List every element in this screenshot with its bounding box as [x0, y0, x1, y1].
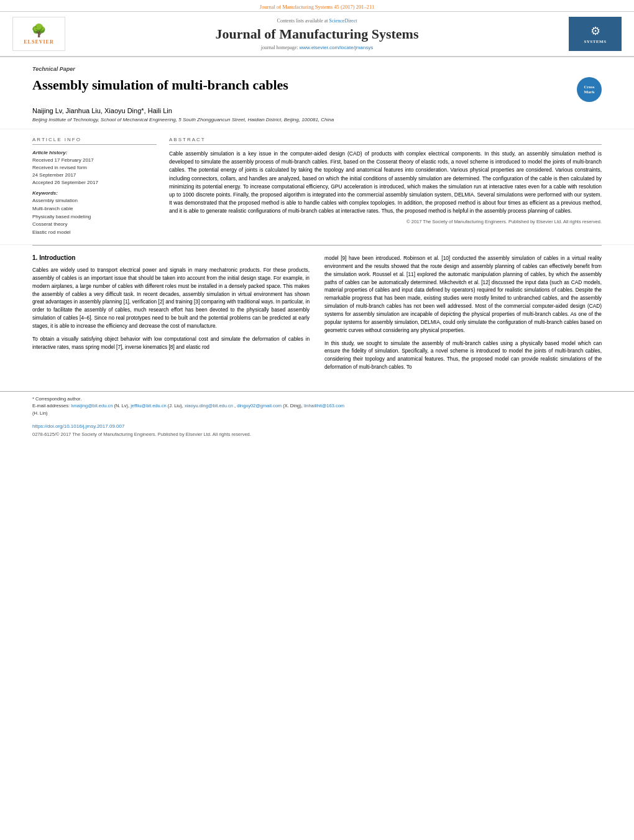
intro-paragraph-3: model [9] have been introduced. Robinson…: [324, 254, 602, 335]
main-col-left: 1. Introduction Cables are widely used t…: [32, 254, 310, 376]
elsevier-logo-area: 🌳 ELSEVIER: [12, 17, 68, 51]
email-4-name: (H. Lin): [32, 410, 602, 417]
intro-paragraph-1: Cables are widely used to transport elec…: [32, 266, 310, 330]
email-addresses: E-mail addresses: lvnaijing@bit.edu.cn (…: [32, 402, 602, 409]
keyword-2: Multi-branch cable: [32, 205, 157, 213]
gear-icon: ⚙: [590, 24, 600, 38]
article-info-col: ARTICLE INFO Article history: Received 1…: [32, 137, 157, 237]
journal-title: Journal of Manufacturing Systems: [75, 26, 559, 42]
main-content: 1. Introduction Cables are widely used t…: [0, 246, 634, 385]
crossmark-icon: CrossMark: [584, 85, 594, 95]
homepage-label: journal homepage:: [261, 45, 298, 50]
homepage-link[interactable]: www.elsevier.com/locate/jmansys: [300, 45, 374, 50]
top-banner: Journal of Manufacturing Systems 45 (201…: [0, 0, 634, 12]
email-2-name: (J. Liu),: [168, 403, 185, 408]
email-3b[interactable]: dingxy02@gmail.com: [237, 403, 282, 408]
bottom-links: https://doi.org/10.1016/j.jmsy.2017.09.0…: [0, 419, 634, 430]
section-1-title: 1. Introduction: [32, 254, 310, 261]
abstract-heading: ABSTRACT: [169, 137, 602, 145]
article-affiliation: Beijing Institute of Technology, School …: [32, 117, 602, 122]
section-number: 1.: [32, 254, 37, 261]
journal-logo-area: ⚙ SYSTEMS: [566, 17, 622, 51]
abstract-text: Cable assembly simulation is a key issue…: [169, 150, 602, 215]
email-4[interactable]: linhailihit@163.com: [304, 403, 344, 408]
revised-date: 24 September 2017: [32, 172, 157, 179]
elsevier-tree-icon: 🌳: [31, 23, 47, 38]
section-title: Introduction: [39, 254, 75, 261]
received-text: Received 17 February 2017: [32, 157, 157, 164]
email-2[interactable]: jeffliu@bit.edu.cn: [131, 403, 167, 408]
category-label: Technical Paper: [32, 66, 602, 72]
article-info-heading: ARTICLE INFO: [32, 137, 157, 145]
email-1-name: (N. Lv),: [114, 403, 131, 408]
elsevier-brand-text: ELSEVIER: [24, 39, 53, 45]
abstract-col: ABSTRACT Cable assembly simulation is a …: [169, 137, 602, 237]
main-col-right: model [9] have been introduced. Robinson…: [324, 254, 602, 376]
intro-paragraph-2: To obtain a visually satisfying object b…: [32, 335, 310, 351]
elsevier-logo: 🌳 ELSEVIER: [12, 17, 65, 51]
crossmark-badge: CrossMark: [577, 77, 602, 102]
email-label: E-mail addresses:: [32, 403, 70, 408]
article-authors: Naijing Lv, Jianhua Liu, Xiaoyu Ding*, H…: [32, 107, 602, 114]
email-3-name: (X. Ding),: [283, 403, 304, 408]
keyword-4: Cosserat theory: [32, 221, 157, 229]
corresponding-label: * Corresponding author.: [32, 396, 81, 402]
journal-citation[interactable]: Journal of Manufacturing Systems 45 (201…: [260, 4, 374, 10]
keyword-3: Physically based modeling: [32, 213, 157, 221]
article-header: Technical Paper Assembly simulation of m…: [0, 57, 634, 129]
bottom-copyright: 0278-6125/© 2017 The Society of Manufact…: [0, 430, 634, 442]
article-title: Assembly simulation of multi-branch cabl…: [32, 77, 571, 93]
doi-link[interactable]: https://doi.org/10.1016/j.jmsy.2017.09.0…: [32, 423, 124, 429]
accepted-text: Accepted 26 September 2017: [32, 179, 157, 187]
page: Journal of Manufacturing Systems 45 (201…: [0, 0, 634, 442]
intro-paragraph-4: In this study, we sought to simulate the…: [324, 339, 602, 371]
homepage-line: journal homepage: www.elsevier.com/locat…: [75, 45, 559, 50]
revised-label: Received in revised form: [32, 164, 157, 172]
article-title-row: Assembly simulation of multi-branch cabl…: [32, 77, 602, 102]
authors-text: Naijing Lv, Jianhua Liu, Xiaoyu Ding*, H…: [32, 107, 172, 114]
journal-title-area: Contents lists available at ScienceDirec…: [75, 18, 559, 50]
abstract-copyright: © 2017 The Society of Manufacturing Engi…: [169, 219, 602, 224]
footnote-area: * Corresponding author. E-mail addresses…: [0, 391, 634, 419]
corresponding-author: * Corresponding author.: [32, 395, 602, 402]
history-label: Article history:: [32, 150, 157, 155]
keyword-5: Elastic rod model: [32, 229, 157, 237]
contents-text: Contents lists available at: [277, 18, 328, 24]
journal-header: 🌳 ELSEVIER Contents lists available at S…: [0, 12, 634, 57]
keywords-label: Keywords:: [32, 190, 157, 196]
email-1[interactable]: lvnaijing@bit.edu.cn: [71, 403, 113, 408]
email-3[interactable]: xiaoyu.ding@bit.edu.cn: [185, 403, 233, 408]
science-direct-link[interactable]: ScienceDirect: [329, 18, 357, 24]
jms-text: SYSTEMS: [584, 39, 606, 44]
two-col-meta: ARTICLE INFO Article history: Received 1…: [0, 129, 634, 245]
journal-logo: ⚙ SYSTEMS: [569, 17, 622, 51]
contents-line: Contents lists available at ScienceDirec…: [75, 18, 559, 24]
keyword-1: Assembly simulation: [32, 197, 157, 205]
